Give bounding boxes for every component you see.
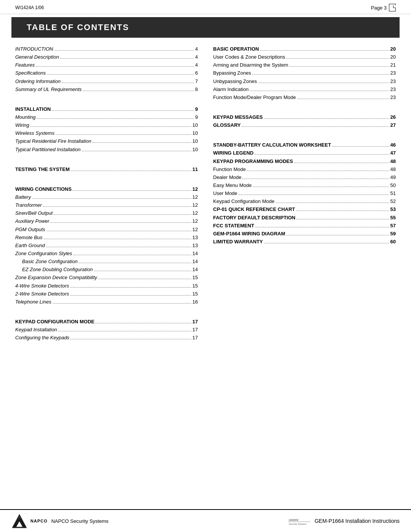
toc-body: INTRODUCTION4General Description4Feature… [0, 45, 411, 348]
toc-entry: EZ Zone Doubling Configuration14 [15, 266, 198, 273]
toc-entry-page: 23 [390, 94, 396, 101]
toc-entry-label: Dealer Mode [213, 174, 241, 181]
toc-entry-page: 4 [195, 45, 198, 53]
toc-entry-page: 10 [193, 129, 198, 137]
toc-entry-page: 48 [390, 166, 396, 173]
toc-entry-page: 48 [390, 158, 396, 165]
toc-entry-label: CP-01 QUICK REFERENCE CHART [213, 206, 295, 213]
toc-entry-label: Transformer [15, 201, 42, 209]
toc-entry-label: Mounting [15, 113, 35, 121]
footer-company: NAPCO Security Systems [51, 518, 108, 524]
toc-entry: User Mode51 [213, 190, 396, 197]
toc-entry-label: LIMITED WARRANTY [213, 238, 263, 246]
toc-entry: LIMITED WARRANTY60 [213, 238, 396, 246]
toc-entry: Summary of UL Requirements8 [15, 86, 198, 93]
toc-dots [83, 91, 194, 91]
toc-dots [58, 331, 191, 331]
toc-entry: Wiring10 [15, 121, 198, 129]
toc-entry-label: INSTALLATION [15, 105, 51, 113]
toc-entry-page: 26 [390, 113, 396, 121]
page-footer: NAPCO NAPCO Security Systems GEMINI Secu… [0, 509, 411, 532]
toc-entry-page: 23 [390, 69, 396, 77]
toc-entry-page: 12 [193, 226, 198, 233]
toc-dots [51, 222, 191, 223]
toc-dots [294, 163, 389, 163]
right-column: BASIC OPERATION20User Codes & Zone Descr… [209, 45, 396, 348]
napco-logo: NAPCO [11, 513, 48, 529]
toc-dots [289, 66, 389, 67]
toc-entry-label: General Description [15, 53, 59, 61]
toc-entry-label: Ordering Information [15, 78, 61, 85]
section-gap [15, 313, 198, 318]
toc-entry-label: Function Mode [213, 166, 246, 173]
toc-entry-page: 12 [193, 185, 198, 193]
toc-dots [252, 74, 389, 75]
napco-logo-icon [11, 513, 27, 529]
toc-entry-label: KEYPAD PROGRAMMING MODES [213, 158, 293, 165]
toc-dots [46, 247, 191, 247]
toc-section: INTRODUCTION4General Description4Feature… [15, 45, 198, 93]
toc-entry: KEYPAD PROGRAMMING MODES48 [213, 158, 396, 165]
toc-dots [73, 190, 191, 191]
toc-entry-page: 12 [193, 193, 198, 201]
toc-entry: Typical Residential Fire Installation10 [15, 137, 198, 145]
toc-entry: Basic Zone Configuration14 [15, 258, 198, 265]
toc-entry: Specifications6 [15, 69, 198, 77]
toc-entry-label: Alarm Indication [213, 86, 249, 93]
toc-entry-page: 50 [390, 182, 396, 189]
toc-dots [332, 146, 389, 147]
toc-section: TESTING THE SYSTEM11 [15, 166, 198, 173]
toc-entry: Earth Ground13 [15, 242, 198, 249]
svg-text:GEMINI: GEMINI [289, 519, 298, 521]
toc-entry-page: 11 [193, 166, 198, 173]
toc-dots [71, 171, 191, 171]
toc-entry-label: Zone Configuration Styles [15, 250, 72, 257]
toc-dots [98, 279, 191, 279]
toc-entry-label: KEYPAD MESSAGES [213, 113, 263, 121]
toc-entry-page: 4 [195, 53, 198, 61]
toc-entry-label: BASIC OPERATION [213, 45, 259, 53]
toc-dots [92, 142, 191, 143]
toc-section: INSTALLATION9Mounting9Wiring10Wireless S… [15, 105, 198, 153]
title-bar: TABLE OF CONTENTS [11, 17, 400, 38]
toc-dots [54, 214, 191, 215]
footer-right: GEMINI Security Systems GEM-P1664 Instal… [206, 516, 400, 526]
toc-entry: GEM-P1664 WIRING DIAGRAM59 [213, 230, 396, 238]
toc-entry-page: 46 [390, 141, 396, 149]
toc-entry: User Codes & Zone Descriptions20 [213, 53, 396, 61]
toc-entry: Battery12 [15, 193, 198, 201]
toc-dots [46, 231, 191, 231]
toc-dots [70, 287, 191, 288]
toc-dots [36, 66, 194, 67]
toc-entry-page: 16 [193, 298, 198, 306]
toc-entry-page: 10 [193, 146, 198, 153]
toc-dots [79, 263, 191, 263]
doc-id: WI1424A 1/06 [15, 5, 44, 10]
section-gap [15, 160, 198, 166]
toc-entry: Unbypassing Zones23 [213, 78, 396, 85]
toc-dots [296, 219, 389, 219]
toc-section: KEYPAD CONFIGURATION MODE17Keypad Instal… [15, 318, 198, 342]
toc-dots [30, 126, 191, 127]
toc-entry-page: 12 [193, 201, 198, 209]
toc-entry-label: INTRODUCTION [15, 45, 53, 53]
toc-entry-page: 12 [193, 209, 198, 217]
toc-entry: Configuring the Keypads17 [15, 334, 198, 342]
toc-entry: Zone Expansion Device Compatibility15 [15, 274, 198, 281]
toc-entry: Mounting9 [15, 113, 198, 121]
toc-entry-label: EZ Zone Doubling Configuration [15, 266, 93, 273]
toc-entry-page: 10 [193, 137, 198, 145]
toc-entry: Ordering Information7 [15, 78, 198, 85]
toc-entry-label: Telephone Lines [15, 298, 51, 306]
toc-dots [70, 339, 191, 339]
toc-entry-page: 15 [193, 274, 198, 281]
page-header: WI1424A 1/06 Page 3 [0, 0, 411, 14]
toc-entry-label: Siren/Bell Output [15, 209, 53, 217]
page-icon [389, 4, 396, 11]
toc-entry-label: GLOSSARY [213, 121, 241, 129]
page-number-area: Page 3 [371, 4, 396, 11]
footer-product: GEM-P1664 Installation Instructions [315, 518, 400, 524]
toc-entry: Keypad Installation17 [15, 326, 198, 334]
toc-dots [70, 295, 191, 296]
left-column: INTRODUCTION4General Description4Feature… [15, 45, 209, 348]
